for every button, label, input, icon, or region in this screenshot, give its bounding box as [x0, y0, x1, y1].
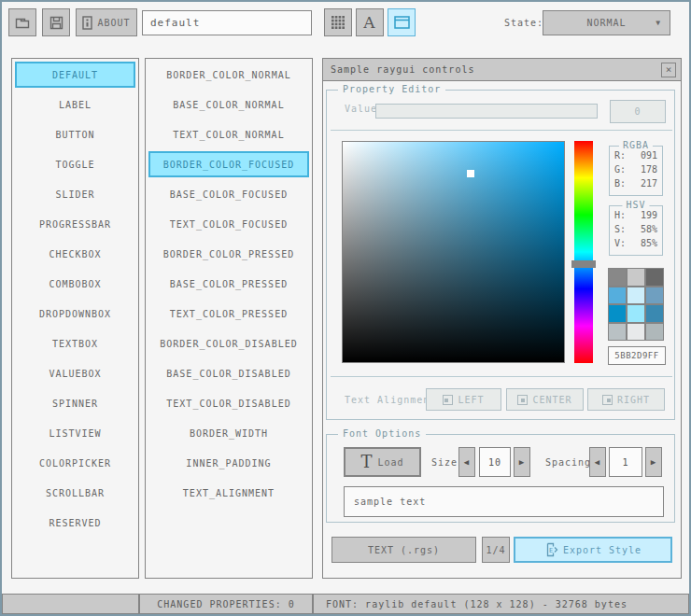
color-swatch-8[interactable]: [646, 305, 663, 322]
color-swatch-6[interactable]: [609, 305, 626, 322]
color-swatch-2[interactable]: [646, 269, 663, 286]
open-file-button[interactable]: [8, 8, 36, 36]
list-item-base_color_focused[interactable]: BASE_COLOR_FOCUSED: [148, 181, 309, 207]
color-cursor[interactable]: [467, 170, 474, 177]
save-file-button[interactable]: [42, 8, 70, 36]
svg-text:E: E: [549, 547, 554, 554]
list-item-text_color_disabled[interactable]: TEXT_COLOR_DISABLED: [148, 390, 309, 416]
align-left-icon: [443, 395, 453, 405]
hex-value-box[interactable]: 5BB2D9FF: [608, 346, 666, 365]
color-swatch-4[interactable]: [628, 287, 644, 304]
style-name-input[interactable]: [142, 10, 312, 35]
v-value: 85%: [641, 238, 657, 248]
list-item-base_color_normal[interactable]: BASE_COLOR_NORMAL: [148, 91, 309, 118]
list-item-border_color_focused[interactable]: BORDER_COLOR_FOCUSED: [148, 151, 309, 177]
state-value: NORMAL: [586, 18, 626, 28]
list-item-slider[interactable]: SLIDER: [15, 181, 135, 207]
list-item-listview[interactable]: LISTVIEW: [15, 420, 135, 446]
hue-slider[interactable]: [574, 141, 593, 363]
value-slider[interactable]: [375, 104, 598, 119]
list-item-border_color_pressed[interactable]: BORDER_COLOR_PRESSED: [148, 241, 309, 267]
list-item-text_color_pressed[interactable]: TEXT_COLOR_PRESSED: [148, 301, 309, 327]
toolbar: ABOUT A State:: [0, 0, 691, 45]
color-swatch-0[interactable]: [609, 269, 626, 286]
list-item-reserved[interactable]: RESERVED: [15, 510, 135, 536]
about-label: ABOUT: [97, 18, 130, 28]
list-item-default[interactable]: DEFAULT: [15, 62, 135, 88]
export-style-label: Export Style: [563, 545, 642, 555]
load-font-label: Load: [377, 457, 403, 468]
status-font-info: FONT: raylib default (128 x 128) - 32768…: [313, 594, 689, 614]
about-button[interactable]: ABOUT: [76, 8, 137, 36]
size-decrement-button[interactable]: ◀: [458, 447, 475, 477]
list-item-toggle[interactable]: TOGGLE: [15, 151, 135, 177]
list-item-spinner[interactable]: SPINNER: [15, 390, 135, 416]
controls-list: DEFAULTLABELBUTTONTOGGLESLIDERPROGRESSBA…: [11, 58, 139, 579]
font-size-value[interactable]: 10: [479, 447, 511, 477]
spacing-decrement-button[interactable]: ◀: [589, 447, 606, 477]
list-item-progressbar[interactable]: PROGRESSBAR: [15, 211, 135, 237]
color-swatch-1[interactable]: [628, 269, 644, 286]
align-center-button[interactable]: CENTER: [506, 388, 584, 411]
list-item-base_color_disabled[interactable]: BASE_COLOR_DISABLED: [148, 360, 309, 386]
spacing-increment-button[interactable]: ▶: [645, 447, 662, 477]
hue-slider-handle[interactable]: [571, 260, 596, 268]
b-label: B:: [614, 178, 626, 189]
v-label: V:: [614, 238, 626, 248]
list-item-text_alignment[interactable]: TEXT_ALIGNMENT: [148, 480, 309, 506]
export-format-button[interactable]: TEXT (.rgs): [331, 537, 476, 563]
list-item-label[interactable]: LABEL: [15, 91, 135, 118]
list-item-combobox[interactable]: COMBOBOX: [15, 271, 135, 297]
list-item-base_color_pressed[interactable]: BASE_COLOR_PRESSED: [148, 271, 309, 297]
font-options-group: Font Options T Load Size: ◀ 10 ▶ Spacing…: [326, 434, 675, 523]
size-increment-button[interactable]: ▶: [514, 447, 530, 477]
list-item-checkbox[interactable]: CHECKBOX: [15, 241, 135, 267]
list-item-button[interactable]: BUTTON: [15, 121, 135, 147]
page-button[interactable]: 1/4: [482, 537, 510, 563]
controls-view-button[interactable]: [388, 8, 416, 36]
style-table-view-button[interactable]: [324, 8, 352, 36]
sample-window-titlebar[interactable]: Sample raygui controls ×: [323, 59, 681, 81]
list-item-scrollbar[interactable]: SCROLLBAR: [15, 480, 135, 506]
list-item-colorpicker[interactable]: COLORPICKER: [15, 450, 135, 476]
list-item-inner_padding[interactable]: INNER_PADDING: [148, 450, 309, 476]
list-item-border_width[interactable]: BORDER_WIDTH: [148, 420, 309, 446]
color-saturation-value-panel[interactable]: [342, 141, 565, 363]
align-right-icon: [602, 395, 613, 405]
hsv-group: HSV H:199 S:58% V:85%: [609, 205, 663, 256]
value-button[interactable]: 0: [610, 100, 666, 123]
state-dropdown[interactable]: NORMAL ▼: [543, 10, 670, 35]
align-left-label: LEFT: [458, 395, 484, 405]
color-swatch-5[interactable]: [646, 287, 663, 304]
export-style-icon: E: [544, 542, 558, 557]
color-swatch-10[interactable]: [628, 324, 644, 341]
r-label: R:: [614, 150, 626, 161]
save-icon: [49, 16, 63, 30]
list-item-border_color_disabled[interactable]: BORDER_COLOR_DISABLED: [148, 330, 309, 357]
rguistyler-app: ABOUT A State:: [0, 0, 691, 616]
list-item-text_color_normal[interactable]: TEXT_COLOR_NORMAL: [148, 121, 309, 147]
hsv-title: HSV: [622, 200, 649, 210]
list-item-textbox[interactable]: TEXTBOX: [15, 330, 135, 357]
list-item-valuebox[interactable]: VALUEBOX: [15, 360, 135, 386]
color-swatch-3[interactable]: [609, 287, 626, 304]
status-bar: CHANGED PROPERTIES: 0 FONT: raylib defau…: [0, 594, 691, 614]
sample-controls-window: Sample raygui controls × Property Editor…: [322, 58, 682, 579]
close-icon[interactable]: ×: [661, 63, 676, 77]
list-item-dropdownbox[interactable]: DROPDOWNBOX: [15, 301, 135, 327]
chevron-down-icon: ▼: [656, 19, 661, 27]
export-style-button[interactable]: E Export Style: [514, 537, 672, 563]
arrow-left-icon: ◀: [464, 457, 470, 467]
list-item-border_color_normal[interactable]: BORDER_COLOR_NORMAL: [148, 62, 309, 88]
align-left-button[interactable]: LEFT: [426, 388, 501, 411]
g-value: 178: [641, 164, 657, 175]
font-spacing-value[interactable]: 1: [609, 447, 642, 477]
list-item-text_color_focused[interactable]: TEXT_COLOR_FOCUSED: [148, 211, 309, 237]
font-view-button[interactable]: A: [356, 8, 384, 36]
align-right-button[interactable]: RIGHT: [587, 388, 665, 411]
load-font-button[interactable]: T Load: [344, 447, 421, 477]
color-swatch-7[interactable]: [628, 305, 644, 322]
color-swatch-11[interactable]: [646, 324, 663, 341]
sample-text-box[interactable]: sample text: [344, 486, 664, 517]
color-swatch-9[interactable]: [609, 324, 626, 341]
